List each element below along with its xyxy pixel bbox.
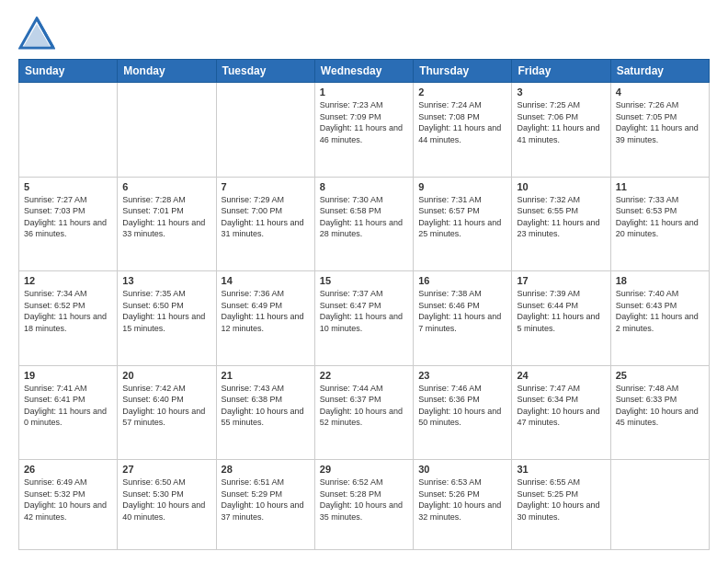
day-info: Sunrise: 7:23 AM Sunset: 7:09 PM Dayligh… [320, 99, 408, 145]
calendar-cell: 15Sunrise: 7:37 AM Sunset: 6:47 PM Dayli… [314, 271, 413, 366]
day-info: Sunrise: 6:53 AM Sunset: 5:26 PM Dayligh… [418, 477, 506, 523]
calendar-cell: 8Sunrise: 7:30 AM Sunset: 6:58 PM Daylig… [314, 177, 413, 271]
day-number: 10 [517, 181, 605, 192]
day-number: 16 [418, 275, 506, 286]
week-row-2: 12Sunrise: 7:34 AM Sunset: 6:52 PM Dayli… [19, 271, 710, 366]
weekday-header-sunday: Sunday [19, 60, 118, 83]
calendar-cell: 3Sunrise: 7:25 AM Sunset: 7:06 PM Daylig… [512, 83, 610, 178]
day-info: Sunrise: 6:55 AM Sunset: 5:25 PM Dayligh… [517, 477, 605, 523]
day-number: 24 [517, 370, 605, 381]
day-info: Sunrise: 7:47 AM Sunset: 6:34 PM Dayligh… [517, 383, 605, 429]
day-info: Sunrise: 7:44 AM Sunset: 6:37 PM Dayligh… [320, 383, 408, 429]
logo-icon [18, 17, 55, 50]
day-info: Sunrise: 7:26 AM Sunset: 7:05 PM Dayligh… [616, 99, 704, 145]
calendar-cell: 27Sunrise: 6:50 AM Sunset: 5:30 PM Dayli… [118, 460, 216, 550]
day-info: Sunrise: 6:51 AM Sunset: 5:29 PM Dayligh… [222, 477, 310, 523]
day-number: 19 [24, 370, 112, 381]
day-number: 25 [616, 370, 704, 381]
calendar-cell: 2Sunrise: 7:24 AM Sunset: 7:08 PM Daylig… [414, 83, 512, 178]
day-info: Sunrise: 7:43 AM Sunset: 6:38 PM Dayligh… [222, 383, 310, 429]
calendar-cell: 18Sunrise: 7:40 AM Sunset: 6:43 PM Dayli… [610, 271, 709, 366]
day-number: 27 [122, 464, 210, 475]
day-info: Sunrise: 7:41 AM Sunset: 6:41 PM Dayligh… [24, 383, 112, 429]
day-number: 9 [418, 181, 506, 192]
calendar-cell: 16Sunrise: 7:38 AM Sunset: 6:46 PM Dayli… [414, 271, 512, 366]
calendar-cell: 30Sunrise: 6:53 AM Sunset: 5:26 PM Dayli… [414, 460, 512, 550]
day-number: 21 [222, 370, 310, 381]
calendar-cell: 19Sunrise: 7:41 AM Sunset: 6:41 PM Dayli… [19, 365, 118, 460]
day-info: Sunrise: 7:37 AM Sunset: 6:47 PM Dayligh… [320, 288, 408, 334]
day-number: 8 [320, 181, 408, 192]
day-number: 15 [320, 275, 408, 286]
day-number: 4 [616, 86, 704, 98]
day-info: Sunrise: 7:25 AM Sunset: 7:06 PM Dayligh… [517, 99, 605, 145]
calendar-cell: 6Sunrise: 7:28 AM Sunset: 7:01 PM Daylig… [118, 177, 216, 271]
week-row-1: 5Sunrise: 7:27 AM Sunset: 7:03 PM Daylig… [19, 177, 710, 271]
day-info: Sunrise: 6:52 AM Sunset: 5:28 PM Dayligh… [320, 477, 408, 523]
day-number: 6 [122, 181, 210, 192]
day-number: 12 [24, 275, 112, 286]
day-number: 1 [320, 86, 408, 98]
day-info: Sunrise: 7:35 AM Sunset: 6:50 PM Dayligh… [122, 288, 210, 334]
day-number: 31 [517, 464, 605, 475]
day-number: 17 [517, 275, 605, 286]
week-row-4: 26Sunrise: 6:49 AM Sunset: 5:32 PM Dayli… [19, 460, 710, 550]
calendar-cell: 28Sunrise: 6:51 AM Sunset: 5:29 PM Dayli… [216, 460, 314, 550]
day-number: 29 [320, 464, 408, 475]
weekday-header-monday: Monday [118, 60, 216, 83]
day-number: 28 [222, 464, 310, 475]
day-number: 18 [616, 275, 704, 286]
calendar-cell: 21Sunrise: 7:43 AM Sunset: 6:38 PM Dayli… [216, 365, 314, 460]
day-number: 14 [222, 275, 310, 286]
day-number: 23 [418, 370, 506, 381]
calendar-cell: 23Sunrise: 7:46 AM Sunset: 6:36 PM Dayli… [414, 365, 512, 460]
day-info: Sunrise: 7:30 AM Sunset: 6:58 PM Dayligh… [320, 194, 408, 240]
day-info: Sunrise: 7:48 AM Sunset: 6:33 PM Dayligh… [616, 383, 704, 429]
day-number: 20 [122, 370, 210, 381]
day-number: 22 [320, 370, 408, 381]
day-number: 7 [222, 181, 310, 192]
calendar-cell: 12Sunrise: 7:34 AM Sunset: 6:52 PM Dayli… [19, 271, 118, 366]
calendar-cell: 31Sunrise: 6:55 AM Sunset: 5:25 PM Dayli… [512, 460, 610, 550]
calendar-cell [118, 83, 216, 178]
calendar-cell: 17Sunrise: 7:39 AM Sunset: 6:44 PM Dayli… [512, 271, 610, 366]
weekday-header-thursday: Thursday [414, 60, 512, 83]
header [18, 17, 710, 50]
day-info: Sunrise: 7:40 AM Sunset: 6:43 PM Dayligh… [616, 288, 704, 334]
weekday-header-tuesday: Tuesday [216, 60, 314, 83]
day-number: 11 [616, 181, 704, 192]
day-info: Sunrise: 6:49 AM Sunset: 5:32 PM Dayligh… [24, 477, 112, 523]
day-info: Sunrise: 7:34 AM Sunset: 6:52 PM Dayligh… [24, 288, 112, 334]
calendar-cell: 20Sunrise: 7:42 AM Sunset: 6:40 PM Dayli… [118, 365, 216, 460]
calendar-cell [610, 460, 709, 550]
logo [18, 17, 59, 50]
calendar-cell: 5Sunrise: 7:27 AM Sunset: 7:03 PM Daylig… [19, 177, 118, 271]
day-info: Sunrise: 7:42 AM Sunset: 6:40 PM Dayligh… [122, 383, 210, 429]
week-row-0: 1Sunrise: 7:23 AM Sunset: 7:09 PM Daylig… [19, 83, 710, 178]
calendar-cell [19, 83, 118, 178]
day-number: 3 [517, 86, 605, 98]
day-info: Sunrise: 7:32 AM Sunset: 6:55 PM Dayligh… [517, 194, 605, 240]
calendar-cell: 10Sunrise: 7:32 AM Sunset: 6:55 PM Dayli… [512, 177, 610, 271]
weekday-header-friday: Friday [512, 60, 610, 83]
day-info: Sunrise: 7:24 AM Sunset: 7:08 PM Dayligh… [418, 99, 506, 145]
calendar-cell: 7Sunrise: 7:29 AM Sunset: 7:00 PM Daylig… [216, 177, 314, 271]
week-row-3: 19Sunrise: 7:41 AM Sunset: 6:41 PM Dayli… [19, 365, 710, 460]
calendar-cell: 24Sunrise: 7:47 AM Sunset: 6:34 PM Dayli… [512, 365, 610, 460]
weekday-header-wednesday: Wednesday [314, 60, 413, 83]
calendar-cell: 13Sunrise: 7:35 AM Sunset: 6:50 PM Dayli… [118, 271, 216, 366]
day-info: Sunrise: 7:38 AM Sunset: 6:46 PM Dayligh… [418, 288, 506, 334]
weekday-header-saturday: Saturday [610, 60, 709, 83]
day-info: Sunrise: 7:36 AM Sunset: 6:49 PM Dayligh… [222, 288, 310, 334]
day-number: 5 [24, 181, 112, 192]
day-number: 30 [418, 464, 506, 475]
day-info: Sunrise: 7:28 AM Sunset: 7:01 PM Dayligh… [122, 194, 210, 240]
calendar-cell [216, 83, 314, 178]
calendar-cell: 22Sunrise: 7:44 AM Sunset: 6:37 PM Dayli… [314, 365, 413, 460]
calendar-table: SundayMondayTuesdayWednesdayThursdayFrid… [18, 59, 710, 550]
page: SundayMondayTuesdayWednesdayThursdayFrid… [0, 0, 728, 563]
day-info: Sunrise: 7:31 AM Sunset: 6:57 PM Dayligh… [418, 194, 506, 240]
calendar-cell: 29Sunrise: 6:52 AM Sunset: 5:28 PM Dayli… [314, 460, 413, 550]
calendar-cell: 1Sunrise: 7:23 AM Sunset: 7:09 PM Daylig… [314, 83, 413, 178]
day-info: Sunrise: 7:46 AM Sunset: 6:36 PM Dayligh… [418, 383, 506, 429]
